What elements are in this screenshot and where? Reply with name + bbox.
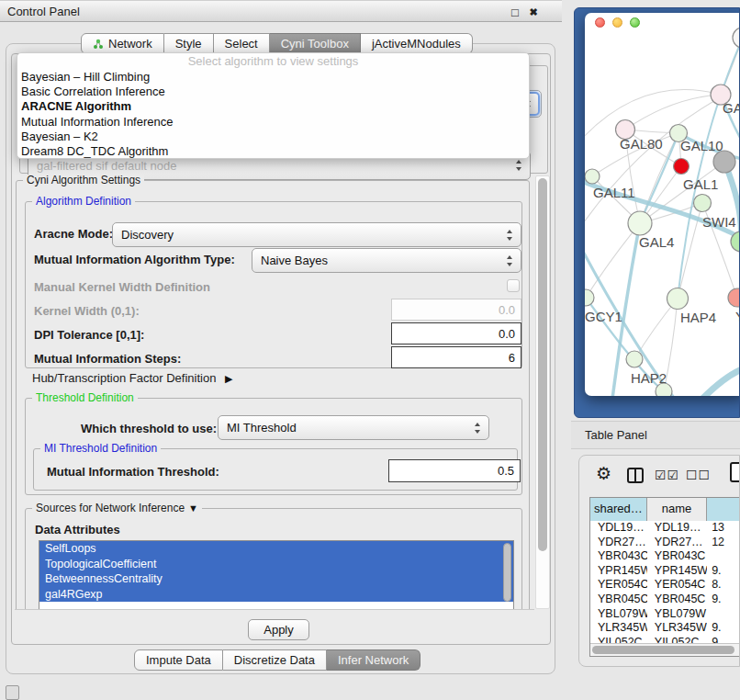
kernel-width-label: Kernel Width (0,1):: [34, 303, 140, 320]
dropdown-item[interactable]: Bayesian – K2: [17, 130, 529, 144]
node-hap4[interactable]: [667, 288, 689, 310]
node-label: GAL10: [680, 138, 723, 153]
screen: Control Panel □ ✖ Network Style Select C…: [0, 0, 740, 700]
dropdown-item[interactable]: Dream8 DC_TDC Algorithm: [17, 144, 529, 159]
dropdown-item[interactable]: Bayesian – Hill Climbing: [17, 70, 529, 85]
node-partial-top[interactable]: [733, 28, 740, 48]
mi-steps-label: Mutual Information Steps:: [34, 351, 181, 367]
tab-infer-network[interactable]: Infer Network: [327, 649, 420, 671]
threshold-definition-title: Threshold Definition: [32, 391, 138, 404]
node-red[interactable]: [674, 159, 690, 175]
cyni-algorithm-settings-group: Cyni Algorithm Settings Algorithm Defini…: [16, 180, 530, 610]
mi-threshold-field[interactable]: 0.5: [388, 459, 521, 482]
settings-scroll-area: Cyni Algorithm Settings Algorithm Defini…: [15, 175, 534, 610]
settings-scrollbar-thumb[interactable]: [538, 178, 547, 551]
node-gal11[interactable]: [585, 169, 600, 184]
tab-style[interactable]: Style: [164, 33, 214, 54]
node-label: GAL4: [639, 234, 674, 250]
aracne-mode-combo[interactable]: Discovery: [112, 222, 521, 247]
close-icon[interactable]: ✖: [525, 4, 542, 20]
node-gray[interactable]: [713, 151, 735, 173]
minimized-panel-icon[interactable]: [6, 685, 19, 700]
expanded-arrow-icon: ▼: [188, 502, 198, 514]
network-window[interactable]: GAL GAL80 GAL10 GAL11 GAL1 SWI4 GAL4 GCY…: [585, 13, 740, 396]
network-view-panel: GAL GAL80 GAL10 GAL11 GAL1 SWI4 GAL4 GCY…: [574, 7, 740, 418]
list-item[interactable]: TopologicalCoefficient: [39, 557, 513, 572]
tab-impute-data[interactable]: Impute Data: [134, 649, 223, 671]
node-gal1[interactable]: [694, 195, 712, 212]
table-panel: ⚙ ☑☑ ☐☐ shared… name YDL19…YDL19…13 YDR2…: [578, 455, 740, 667]
mi-steps-field[interactable]: 6: [391, 346, 521, 368]
deselect-all-columns-icon[interactable]: ☐☐: [686, 468, 711, 482]
table-scrollbar-thumb[interactable]: [592, 646, 734, 654]
settings-group-title: Cyni Algorithm Settings: [23, 175, 144, 186]
sources-group-title[interactable]: Sources for Network Inference ▼: [32, 502, 202, 514]
tab-cyni-toolbox[interactable]: Cyni Toolbox: [270, 33, 361, 54]
node-label: HAP4: [680, 310, 716, 325]
tab-jactivemnodules[interactable]: jActiveMNodules: [361, 33, 473, 54]
mi-threshold-group: MI Threshold Definition Mutual Informati…: [33, 448, 518, 491]
hub-definition-label: Hub/Transcription Factor Definition: [32, 371, 216, 385]
threshold-definition-group: Threshold Definition Which threshold to …: [25, 398, 522, 495]
node-salmon[interactable]: [728, 288, 740, 307]
stepper-icon: [474, 423, 482, 434]
dpi-tolerance-field[interactable]: 0.0: [391, 322, 521, 344]
settings-gear-icon[interactable]: ⚙: [596, 463, 611, 484]
aracne-mode-value: Discovery: [121, 228, 174, 242]
node-hap2[interactable]: [626, 351, 643, 367]
hub-definition-toggle[interactable]: Hub/Transcription Factor Definition ▶: [32, 370, 232, 387]
float-window-icon[interactable]: □: [507, 4, 523, 20]
column-header-shared-name[interactable]: shared…: [590, 498, 647, 521]
network-canvas[interactable]: GAL GAL80 GAL10 GAL11 GAL1 SWI4 GAL4 GCY…: [585, 13, 740, 396]
column-header-partial[interactable]: [707, 498, 740, 521]
list-scrollbar-thumb[interactable]: [503, 543, 511, 602]
which-threshold-combo[interactable]: MI Threshold: [218, 415, 489, 440]
node-gcy1[interactable]: [585, 289, 594, 306]
table-row[interactable]: YDL19…YDL19…13: [590, 521, 740, 536]
dropdown-item-selected[interactable]: ARACNE Algorithm: [17, 99, 529, 114]
manual-kernel-checkbox[interactable]: [507, 279, 520, 292]
list-item[interactable]: BetweennessCentrality: [39, 571, 513, 587]
table-row[interactable]: YLR345WYLR345W9.: [590, 621, 740, 636]
node-label: GAL11: [593, 185, 635, 200]
apply-button[interactable]: Apply: [248, 619, 309, 640]
collapsed-arrow-icon: ▶: [225, 373, 232, 384]
table-row[interactable]: YBR043CYBR043C: [590, 549, 740, 564]
cyni-bottom-tabs: Impute Data Discretize Data Infer Networ…: [134, 649, 420, 671]
list-item[interactable]: gal4RGexp: [39, 587, 513, 603]
settings-scrollbar[interactable]: [535, 175, 550, 609]
table-panel-header: Table Panel: [571, 421, 740, 449]
dropdown-item[interactable]: Mutual Information Inference: [17, 115, 529, 130]
mi-threshold-label: Mutual Information Threshold:: [47, 464, 219, 480]
tab-discretize-data[interactable]: Discretize Data: [223, 649, 327, 671]
sources-group: Sources for Network Inference ▼ Data Att…: [25, 508, 522, 610]
node-label: Y: [735, 309, 740, 324]
table-row[interactable]: YBL079WYBL079W: [590, 607, 740, 622]
tab-select[interactable]: Select: [214, 33, 270, 54]
node-label: GAL80: [620, 136, 663, 152]
show-columns-icon[interactable]: [627, 468, 644, 483]
mi-type-combo[interactable]: Naive Bayes: [252, 248, 521, 273]
kernel-width-field[interactable]: 0.0: [391, 299, 521, 321]
table-row[interactable]: YDR27…YDR27…12: [590, 536, 740, 550]
node-gal4[interactable]: [628, 211, 652, 235]
document-icon[interactable]: [730, 462, 740, 482]
algorithm-definition-group: Algorithm Definition Aracne Mode: Discov…: [25, 201, 522, 368]
stepper-icon: [515, 160, 523, 171]
control-panel-title: Control Panel: [7, 5, 80, 18]
list-item[interactable]: SelfLoops: [39, 541, 513, 557]
which-threshold-label: Which threshold to use:: [81, 421, 217, 437]
table-panel-title: Table Panel: [585, 428, 647, 442]
tab-network[interactable]: Network: [81, 33, 164, 54]
which-threshold-value: MI Threshold: [227, 421, 297, 435]
dropdown-item[interactable]: Basic Correlation Inference: [17, 85, 529, 99]
table-horizontal-scrollbar[interactable]: [590, 643, 740, 656]
node-label: SWI4: [702, 214, 736, 230]
table-row[interactable]: YPR145WYPR145W9.: [590, 564, 740, 579]
table-row[interactable]: YBR045CYBR045C9.: [590, 593, 740, 607]
column-header-name[interactable]: name: [647, 498, 707, 521]
node-table: shared… name YDL19…YDL19…13 YDR27…YDR27……: [589, 497, 740, 657]
select-all-columns-icon[interactable]: ☑☑: [655, 468, 679, 482]
data-attributes-list: SelfLoops TopologicalCoefficient Between…: [39, 540, 514, 610]
table-row[interactable]: YER054CYER054C8.: [590, 578, 740, 593]
